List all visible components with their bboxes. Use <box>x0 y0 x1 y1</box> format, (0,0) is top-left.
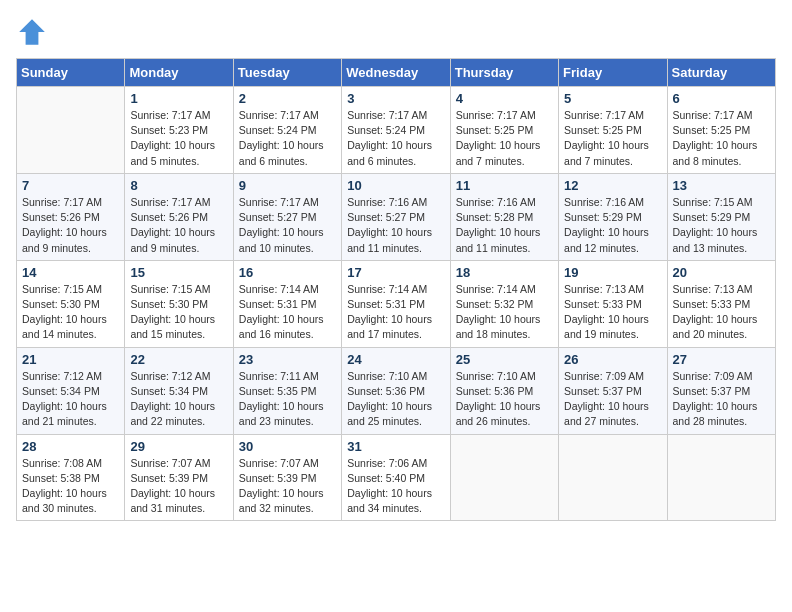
day-number: 29 <box>130 439 227 454</box>
cell-content: Sunrise: 7:09 AM Sunset: 5:37 PM Dayligh… <box>564 369 661 430</box>
calendar-cell: 13Sunrise: 7:15 AM Sunset: 5:29 PM Dayli… <box>667 173 775 260</box>
day-header-thursday: Thursday <box>450 59 558 87</box>
cell-content: Sunrise: 7:17 AM Sunset: 5:27 PM Dayligh… <box>239 195 336 256</box>
calendar-cell: 1Sunrise: 7:17 AM Sunset: 5:23 PM Daylig… <box>125 87 233 174</box>
logo <box>16 16 52 48</box>
calendar-cell: 18Sunrise: 7:14 AM Sunset: 5:32 PM Dayli… <box>450 260 558 347</box>
calendar-cell: 5Sunrise: 7:17 AM Sunset: 5:25 PM Daylig… <box>559 87 667 174</box>
day-number: 30 <box>239 439 336 454</box>
day-number: 21 <box>22 352 119 367</box>
day-header-row: SundayMondayTuesdayWednesdayThursdayFrid… <box>17 59 776 87</box>
day-number: 25 <box>456 352 553 367</box>
cell-content: Sunrise: 7:13 AM Sunset: 5:33 PM Dayligh… <box>673 282 770 343</box>
day-number: 3 <box>347 91 444 106</box>
calendar-week-3: 14Sunrise: 7:15 AM Sunset: 5:30 PM Dayli… <box>17 260 776 347</box>
cell-content: Sunrise: 7:12 AM Sunset: 5:34 PM Dayligh… <box>22 369 119 430</box>
day-number: 19 <box>564 265 661 280</box>
day-number: 17 <box>347 265 444 280</box>
cell-content: Sunrise: 7:17 AM Sunset: 5:25 PM Dayligh… <box>564 108 661 169</box>
cell-content: Sunrise: 7:17 AM Sunset: 5:26 PM Dayligh… <box>130 195 227 256</box>
calendar-cell <box>17 87 125 174</box>
day-number: 22 <box>130 352 227 367</box>
day-number: 4 <box>456 91 553 106</box>
calendar-cell: 21Sunrise: 7:12 AM Sunset: 5:34 PM Dayli… <box>17 347 125 434</box>
calendar-cell: 29Sunrise: 7:07 AM Sunset: 5:39 PM Dayli… <box>125 434 233 521</box>
cell-content: Sunrise: 7:14 AM Sunset: 5:31 PM Dayligh… <box>347 282 444 343</box>
day-number: 20 <box>673 265 770 280</box>
calendar-cell: 15Sunrise: 7:15 AM Sunset: 5:30 PM Dayli… <box>125 260 233 347</box>
day-number: 18 <box>456 265 553 280</box>
day-number: 14 <box>22 265 119 280</box>
day-number: 10 <box>347 178 444 193</box>
cell-content: Sunrise: 7:06 AM Sunset: 5:40 PM Dayligh… <box>347 456 444 517</box>
day-number: 15 <box>130 265 227 280</box>
cell-content: Sunrise: 7:09 AM Sunset: 5:37 PM Dayligh… <box>673 369 770 430</box>
day-number: 6 <box>673 91 770 106</box>
day-number: 28 <box>22 439 119 454</box>
calendar-cell: 8Sunrise: 7:17 AM Sunset: 5:26 PM Daylig… <box>125 173 233 260</box>
cell-content: Sunrise: 7:15 AM Sunset: 5:30 PM Dayligh… <box>130 282 227 343</box>
cell-content: Sunrise: 7:16 AM Sunset: 5:27 PM Dayligh… <box>347 195 444 256</box>
calendar-cell: 31Sunrise: 7:06 AM Sunset: 5:40 PM Dayli… <box>342 434 450 521</box>
cell-content: Sunrise: 7:15 AM Sunset: 5:29 PM Dayligh… <box>673 195 770 256</box>
calendar-cell: 16Sunrise: 7:14 AM Sunset: 5:31 PM Dayli… <box>233 260 341 347</box>
day-number: 8 <box>130 178 227 193</box>
calendar-cell: 28Sunrise: 7:08 AM Sunset: 5:38 PM Dayli… <box>17 434 125 521</box>
day-number: 11 <box>456 178 553 193</box>
day-number: 5 <box>564 91 661 106</box>
day-number: 31 <box>347 439 444 454</box>
cell-content: Sunrise: 7:11 AM Sunset: 5:35 PM Dayligh… <box>239 369 336 430</box>
cell-content: Sunrise: 7:12 AM Sunset: 5:34 PM Dayligh… <box>130 369 227 430</box>
calendar-cell: 19Sunrise: 7:13 AM Sunset: 5:33 PM Dayli… <box>559 260 667 347</box>
calendar-week-1: 1Sunrise: 7:17 AM Sunset: 5:23 PM Daylig… <box>17 87 776 174</box>
calendar-cell: 24Sunrise: 7:10 AM Sunset: 5:36 PM Dayli… <box>342 347 450 434</box>
day-header-sunday: Sunday <box>17 59 125 87</box>
calendar-cell: 30Sunrise: 7:07 AM Sunset: 5:39 PM Dayli… <box>233 434 341 521</box>
calendar-cell: 2Sunrise: 7:17 AM Sunset: 5:24 PM Daylig… <box>233 87 341 174</box>
calendar-cell: 27Sunrise: 7:09 AM Sunset: 5:37 PM Dayli… <box>667 347 775 434</box>
page-header <box>16 16 776 48</box>
cell-content: Sunrise: 7:17 AM Sunset: 5:23 PM Dayligh… <box>130 108 227 169</box>
cell-content: Sunrise: 7:07 AM Sunset: 5:39 PM Dayligh… <box>239 456 336 517</box>
calendar-cell: 23Sunrise: 7:11 AM Sunset: 5:35 PM Dayli… <box>233 347 341 434</box>
svg-marker-0 <box>19 19 45 45</box>
day-number: 16 <box>239 265 336 280</box>
calendar-cell: 20Sunrise: 7:13 AM Sunset: 5:33 PM Dayli… <box>667 260 775 347</box>
cell-content: Sunrise: 7:14 AM Sunset: 5:32 PM Dayligh… <box>456 282 553 343</box>
day-number: 1 <box>130 91 227 106</box>
cell-content: Sunrise: 7:10 AM Sunset: 5:36 PM Dayligh… <box>347 369 444 430</box>
cell-content: Sunrise: 7:10 AM Sunset: 5:36 PM Dayligh… <box>456 369 553 430</box>
calendar-cell: 17Sunrise: 7:14 AM Sunset: 5:31 PM Dayli… <box>342 260 450 347</box>
calendar-cell: 9Sunrise: 7:17 AM Sunset: 5:27 PM Daylig… <box>233 173 341 260</box>
cell-content: Sunrise: 7:13 AM Sunset: 5:33 PM Dayligh… <box>564 282 661 343</box>
calendar-cell: 22Sunrise: 7:12 AM Sunset: 5:34 PM Dayli… <box>125 347 233 434</box>
calendar-cell: 26Sunrise: 7:09 AM Sunset: 5:37 PM Dayli… <box>559 347 667 434</box>
cell-content: Sunrise: 7:08 AM Sunset: 5:38 PM Dayligh… <box>22 456 119 517</box>
day-header-wednesday: Wednesday <box>342 59 450 87</box>
calendar-cell: 14Sunrise: 7:15 AM Sunset: 5:30 PM Dayli… <box>17 260 125 347</box>
cell-content: Sunrise: 7:07 AM Sunset: 5:39 PM Dayligh… <box>130 456 227 517</box>
calendar-week-2: 7Sunrise: 7:17 AM Sunset: 5:26 PM Daylig… <box>17 173 776 260</box>
calendar-week-4: 21Sunrise: 7:12 AM Sunset: 5:34 PM Dayli… <box>17 347 776 434</box>
cell-content: Sunrise: 7:17 AM Sunset: 5:25 PM Dayligh… <box>673 108 770 169</box>
calendar-cell: 25Sunrise: 7:10 AM Sunset: 5:36 PM Dayli… <box>450 347 558 434</box>
day-number: 12 <box>564 178 661 193</box>
calendar-cell: 6Sunrise: 7:17 AM Sunset: 5:25 PM Daylig… <box>667 87 775 174</box>
calendar-cell <box>667 434 775 521</box>
day-number: 2 <box>239 91 336 106</box>
day-number: 9 <box>239 178 336 193</box>
cell-content: Sunrise: 7:15 AM Sunset: 5:30 PM Dayligh… <box>22 282 119 343</box>
cell-content: Sunrise: 7:17 AM Sunset: 5:25 PM Dayligh… <box>456 108 553 169</box>
calendar-cell: 12Sunrise: 7:16 AM Sunset: 5:29 PM Dayli… <box>559 173 667 260</box>
day-header-tuesday: Tuesday <box>233 59 341 87</box>
day-number: 26 <box>564 352 661 367</box>
calendar-cell: 4Sunrise: 7:17 AM Sunset: 5:25 PM Daylig… <box>450 87 558 174</box>
day-number: 24 <box>347 352 444 367</box>
calendar-week-5: 28Sunrise: 7:08 AM Sunset: 5:38 PM Dayli… <box>17 434 776 521</box>
day-number: 13 <box>673 178 770 193</box>
calendar-cell <box>559 434 667 521</box>
day-header-friday: Friday <box>559 59 667 87</box>
day-header-saturday: Saturday <box>667 59 775 87</box>
cell-content: Sunrise: 7:17 AM Sunset: 5:24 PM Dayligh… <box>347 108 444 169</box>
calendar-cell: 11Sunrise: 7:16 AM Sunset: 5:28 PM Dayli… <box>450 173 558 260</box>
